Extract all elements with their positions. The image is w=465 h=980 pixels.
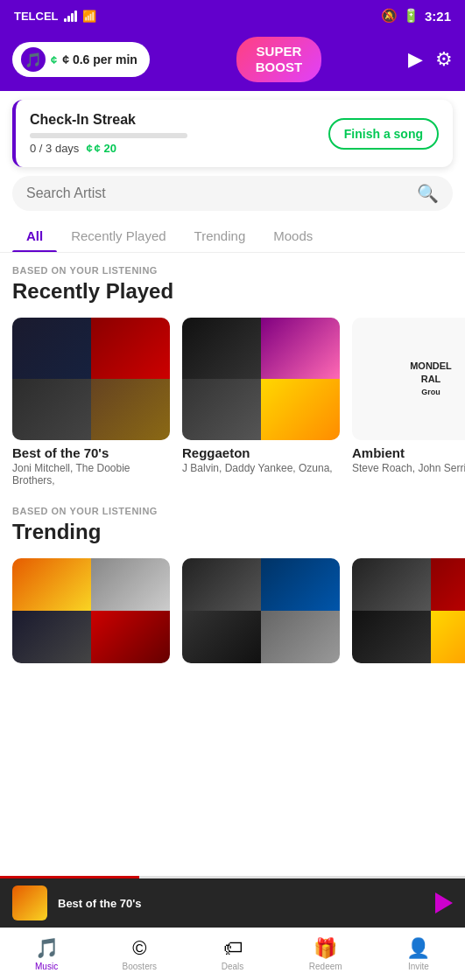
trending-card-1[interactable] bbox=[12, 558, 170, 663]
status-left: TELCEL 📶 bbox=[14, 10, 96, 23]
trend-r2-cell-1 bbox=[182, 558, 261, 611]
battery-icon: 🔋 bbox=[403, 8, 419, 24]
search-input[interactable] bbox=[26, 186, 408, 201]
coin-rate-badge[interactable]: 🎵 ¢ ¢ 0.6 per min bbox=[12, 42, 150, 77]
wifi-icon: 📶 bbox=[82, 10, 96, 23]
art-cell-4 bbox=[91, 379, 170, 440]
thumb-grid-70s bbox=[12, 318, 170, 440]
trend-grid-2 bbox=[182, 558, 340, 663]
trend-cell-3 bbox=[12, 611, 91, 663]
search-icon[interactable]: 🔍 bbox=[417, 183, 439, 204]
tab-trending[interactable]: Trending bbox=[180, 220, 260, 252]
trending-row bbox=[0, 558, 465, 670]
trend-r2-cell-4 bbox=[261, 611, 340, 663]
nav-tab-redeem[interactable]: 🎁 Redeem bbox=[279, 932, 372, 976]
art-reggae-cell-1 bbox=[182, 318, 261, 379]
tab-recently-played[interactable]: Recently Played bbox=[57, 220, 180, 252]
mini-play-button[interactable] bbox=[435, 892, 453, 914]
mini-player-title: Best of the 70's bbox=[58, 897, 425, 910]
checkin-meta: 0 / 3 days ¢ ¢ 20 bbox=[30, 142, 187, 155]
top-nav: 🎵 ¢ ¢ 0.6 per min SUPER BOOST ▶ ⚙ bbox=[0, 32, 465, 91]
playlist-artists-ambient: Steve Roach, John Serrie bbox=[352, 462, 465, 474]
bottom-nav: 🎵 Music © Boosters 🏷 Deals 🎁 Redeem 👤 In… bbox=[0, 928, 465, 980]
checkin-progress-bar bbox=[30, 133, 187, 138]
playlist-card-reggaeton[interactable]: Reggaeton J Balvin, Daddy Yankee, Ozuna, bbox=[182, 318, 340, 486]
playlist-artists-70s: Joni Mitchell, The Doobie Brothers, bbox=[12, 462, 170, 486]
recently-played-label: BASED ON YOUR LISTENING bbox=[12, 265, 453, 276]
art-reggae-cell-4 bbox=[261, 379, 340, 440]
trending-section: BASED ON YOUR LISTENING Trending bbox=[0, 494, 465, 558]
coin-rate-text: ¢ 0.6 per min bbox=[62, 52, 137, 66]
art-reggae-cell-2 bbox=[261, 318, 340, 379]
art-cell-2 bbox=[91, 318, 170, 379]
checkin-streak-card: Check-In Streak 0 / 3 days ¢ ¢ 20 Finish… bbox=[12, 100, 453, 167]
checkin-days: 0 / 3 days bbox=[30, 142, 79, 155]
playlist-thumb-reggaeton bbox=[182, 318, 340, 440]
trend-cell-4 bbox=[91, 611, 170, 663]
trend-r3-cell-1 bbox=[352, 558, 431, 611]
trending-label: BASED ON YOUR LISTENING bbox=[12, 506, 453, 516]
playlist-name-reggaeton: Reggaeton bbox=[182, 445, 340, 460]
mini-player-thumb bbox=[12, 886, 47, 920]
trend-cell-2 bbox=[91, 558, 170, 611]
recently-played-section: BASED ON YOUR LISTENING Recently Played bbox=[0, 253, 465, 318]
boosters-icon: © bbox=[132, 937, 146, 960]
tab-all[interactable]: All bbox=[12, 220, 57, 252]
trend-grid-1 bbox=[12, 558, 170, 663]
trend-cell-1 bbox=[12, 558, 91, 611]
nav-label-redeem: Redeem bbox=[309, 962, 342, 971]
playlist-name-ambient: Ambient bbox=[352, 445, 465, 460]
recently-played-row: Best of the 70's Joni Mitchell, The Doob… bbox=[0, 318, 465, 494]
playlist-name-70s: Best of the 70's bbox=[12, 445, 170, 460]
playlist-card-ambient[interactable]: MONDELRALGrou Ambient Steve Roach, John … bbox=[352, 318, 465, 486]
trending-title: Trending bbox=[12, 520, 453, 544]
trend-grid-3 bbox=[352, 558, 465, 663]
mini-player[interactable]: Best of the 70's bbox=[0, 878, 465, 928]
coin-icon-small: ¢ bbox=[86, 142, 92, 155]
super-boost-button[interactable]: SUPER BOOST bbox=[236, 37, 321, 82]
nav-label-music: Music bbox=[35, 962, 58, 971]
nav-label-deals: Deals bbox=[222, 962, 244, 971]
nav-icons: ▶ ⚙ bbox=[408, 48, 453, 71]
trend-r2-cell-3 bbox=[182, 611, 261, 663]
trend-r3-cell-3 bbox=[352, 611, 431, 663]
tab-moods[interactable]: Moods bbox=[259, 220, 327, 252]
coin-icon: 🎵 bbox=[21, 47, 46, 72]
nav-tab-music[interactable]: 🎵 Music bbox=[0, 932, 93, 976]
tabs-bar: All Recently Played Trending Moods bbox=[0, 220, 465, 253]
clock: 3:21 bbox=[425, 9, 451, 24]
redeem-icon: 🎁 bbox=[314, 937, 337, 960]
nav-label-invite: Invite bbox=[408, 962, 429, 971]
playlist-thumb-ambient: MONDELRALGrou bbox=[352, 318, 465, 440]
recently-played-title: Recently Played bbox=[12, 279, 453, 304]
carrier: TELCEL bbox=[14, 10, 59, 23]
video-icon-button[interactable]: ▶ bbox=[408, 48, 423, 71]
signal-bars-icon bbox=[64, 10, 77, 22]
nav-tab-deals[interactable]: 🏷 Deals bbox=[186, 932, 278, 976]
art-cell-1 bbox=[12, 318, 91, 379]
trend-r3-cell-4 bbox=[431, 611, 465, 663]
music-icon: 🎵 bbox=[35, 937, 59, 960]
checkin-reward: ¢ ¢ 20 bbox=[86, 142, 116, 155]
art-reggae-cell-3 bbox=[182, 379, 261, 440]
ambient-label: MONDELRALGrou bbox=[410, 360, 452, 397]
coin-symbol: ¢ bbox=[51, 53, 57, 66]
playlist-card-70s[interactable]: Best of the 70's Joni Mitchell, The Doob… bbox=[12, 318, 170, 486]
nav-tab-boosters[interactable]: © Boosters bbox=[93, 932, 186, 976]
finish-song-button[interactable]: Finish a song bbox=[328, 118, 439, 150]
settings-icon-button[interactable]: ⚙ bbox=[435, 48, 453, 71]
trending-card-3[interactable] bbox=[352, 558, 465, 663]
search-bar: 🔍 bbox=[12, 176, 453, 211]
thumb-grid-reggaeton bbox=[182, 318, 340, 440]
checkin-title: Check-In Streak bbox=[30, 112, 187, 128]
status-right: 🔕 🔋 3:21 bbox=[381, 8, 451, 24]
nav-tab-invite[interactable]: 👤 Invite bbox=[372, 932, 465, 976]
playlist-thumb-70s bbox=[12, 318, 170, 440]
invite-icon: 👤 bbox=[406, 937, 430, 960]
playlist-artists-reggaeton: J Balvin, Daddy Yankee, Ozuna, bbox=[182, 462, 340, 474]
art-cell-3 bbox=[12, 379, 91, 440]
trending-card-2[interactable] bbox=[182, 558, 340, 663]
mute-icon: 🔕 bbox=[381, 8, 398, 24]
status-bar: TELCEL 📶 🔕 🔋 3:21 bbox=[0, 0, 465, 32]
nav-label-boosters: Boosters bbox=[123, 962, 157, 971]
